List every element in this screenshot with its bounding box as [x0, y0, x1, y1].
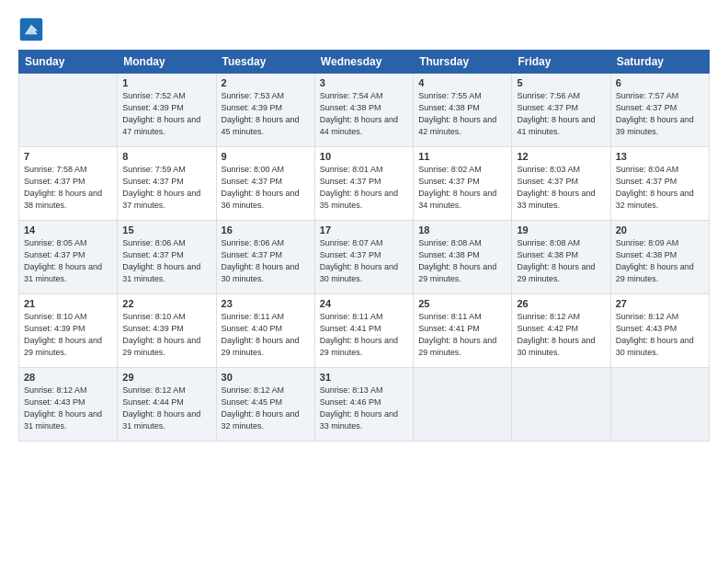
day-info: Sunrise: 7:52 AMSunset: 4:39 PMDaylight:… [122, 90, 210, 138]
weekday-header: Wednesday [314, 51, 413, 74]
calendar-cell: 11Sunrise: 8:02 AMSunset: 4:37 PMDayligh… [414, 147, 512, 221]
logo [18, 17, 48, 42]
day-info: Sunrise: 8:13 AMSunset: 4:46 PMDaylight:… [320, 385, 408, 432]
day-info: Sunrise: 8:10 AMSunset: 4:39 PMDaylight:… [24, 311, 112, 359]
weekday-header: Saturday [610, 51, 709, 74]
day-info: Sunrise: 8:12 AMSunset: 4:44 PMDaylight:… [122, 385, 210, 432]
day-info: Sunrise: 8:05 AMSunset: 4:37 PMDaylight:… [24, 237, 112, 285]
day-info: Sunrise: 8:09 AMSunset: 4:38 PMDaylight:… [616, 237, 704, 285]
day-number: 19 [517, 224, 605, 236]
day-number: 24 [320, 298, 408, 309]
day-number: 29 [122, 372, 210, 383]
day-number: 1 [122, 77, 210, 88]
day-info: Sunrise: 8:01 AMSunset: 4:37 PMDaylight:… [320, 164, 408, 212]
calendar-table: SundayMondayTuesdayWednesdayThursdayFrid… [18, 50, 710, 442]
calendar-cell: 25Sunrise: 8:11 AMSunset: 4:41 PMDayligh… [414, 294, 512, 368]
day-number: 27 [616, 298, 704, 309]
weekday-header: Thursday [414, 51, 512, 74]
day-number: 8 [122, 151, 210, 162]
day-number: 15 [122, 224, 210, 236]
calendar-cell: 20Sunrise: 8:09 AMSunset: 4:38 PMDayligh… [610, 221, 709, 294]
calendar-cell: 27Sunrise: 8:12 AMSunset: 4:43 PMDayligh… [610, 294, 709, 368]
day-info: Sunrise: 8:00 AMSunset: 4:37 PMDaylight:… [222, 164, 310, 212]
day-info: Sunrise: 8:03 AMSunset: 4:37 PMDaylight:… [517, 164, 605, 212]
calendar-cell: 31Sunrise: 8:13 AMSunset: 4:46 PMDayligh… [314, 368, 413, 442]
day-number: 25 [418, 298, 506, 309]
calendar-cell: 9Sunrise: 8:00 AMSunset: 4:37 PMDaylight… [216, 147, 314, 221]
day-number: 7 [24, 151, 112, 162]
calendar-cell: 14Sunrise: 8:05 AMSunset: 4:37 PMDayligh… [19, 221, 118, 294]
calendar-cell [512, 368, 610, 442]
calendar-cell: 16Sunrise: 8:06 AMSunset: 4:37 PMDayligh… [216, 221, 314, 294]
day-number: 17 [320, 224, 408, 236]
day-number: 21 [24, 298, 112, 309]
day-info: Sunrise: 7:53 AMSunset: 4:39 PMDaylight:… [222, 90, 310, 138]
day-info: Sunrise: 8:12 AMSunset: 4:45 PMDaylight:… [222, 385, 310, 432]
day-info: Sunrise: 8:08 AMSunset: 4:38 PMDaylight:… [517, 237, 605, 285]
day-info: Sunrise: 8:12 AMSunset: 4:43 PMDaylight:… [616, 311, 704, 359]
day-number: 9 [222, 151, 310, 162]
calendar-cell [610, 368, 709, 442]
day-info: Sunrise: 8:11 AMSunset: 4:41 PMDaylight:… [320, 311, 408, 359]
logo-icon [18, 17, 44, 42]
day-info: Sunrise: 8:11 AMSunset: 4:41 PMDaylight:… [418, 311, 506, 359]
day-number: 14 [24, 224, 112, 236]
calendar-cell: 2Sunrise: 7:53 AMSunset: 4:39 PMDaylight… [216, 74, 314, 147]
calendar-cell: 28Sunrise: 8:12 AMSunset: 4:43 PMDayligh… [19, 368, 118, 442]
calendar-cell: 29Sunrise: 8:12 AMSunset: 4:44 PMDayligh… [118, 368, 216, 442]
day-number: 28 [24, 372, 112, 383]
calendar-cell: 8Sunrise: 7:59 AMSunset: 4:37 PMDaylight… [118, 147, 216, 221]
day-number: 3 [320, 77, 408, 88]
page: SundayMondayTuesdayWednesdayThursdayFrid… [0, 0, 728, 563]
day-info: Sunrise: 8:06 AMSunset: 4:37 PMDaylight:… [222, 237, 310, 285]
calendar-cell: 18Sunrise: 8:08 AMSunset: 4:38 PMDayligh… [414, 221, 512, 294]
day-number: 5 [517, 77, 605, 88]
calendar-cell: 24Sunrise: 8:11 AMSunset: 4:41 PMDayligh… [314, 294, 413, 368]
calendar-cell: 5Sunrise: 7:56 AMSunset: 4:37 PMDaylight… [512, 74, 610, 147]
calendar-cell [19, 74, 118, 147]
day-number: 18 [418, 224, 506, 236]
calendar-cell: 21Sunrise: 8:10 AMSunset: 4:39 PMDayligh… [19, 294, 118, 368]
calendar-cell: 15Sunrise: 8:06 AMSunset: 4:37 PMDayligh… [118, 221, 216, 294]
day-number: 26 [517, 298, 605, 309]
day-number: 31 [320, 372, 408, 383]
calendar-cell: 22Sunrise: 8:10 AMSunset: 4:39 PMDayligh… [118, 294, 216, 368]
header [18, 17, 710, 42]
day-number: 6 [616, 77, 704, 88]
day-number: 23 [222, 298, 310, 309]
calendar-cell: 3Sunrise: 7:54 AMSunset: 4:38 PMDaylight… [314, 74, 413, 147]
day-number: 12 [517, 151, 605, 162]
day-info: Sunrise: 8:06 AMSunset: 4:37 PMDaylight:… [122, 237, 210, 285]
day-number: 2 [222, 77, 310, 88]
calendar-cell: 10Sunrise: 8:01 AMSunset: 4:37 PMDayligh… [314, 147, 413, 221]
day-info: Sunrise: 7:58 AMSunset: 4:37 PMDaylight:… [24, 164, 112, 212]
day-number: 20 [616, 224, 704, 236]
day-number: 4 [418, 77, 506, 88]
day-info: Sunrise: 7:56 AMSunset: 4:37 PMDaylight:… [517, 90, 605, 138]
day-info: Sunrise: 7:54 AMSunset: 4:38 PMDaylight:… [320, 90, 408, 138]
day-info: Sunrise: 7:55 AMSunset: 4:38 PMDaylight:… [418, 90, 506, 138]
day-number: 30 [222, 372, 310, 383]
day-info: Sunrise: 8:12 AMSunset: 4:42 PMDaylight:… [517, 311, 605, 359]
calendar-cell [414, 368, 512, 442]
day-info: Sunrise: 8:10 AMSunset: 4:39 PMDaylight:… [122, 311, 210, 359]
calendar-cell: 13Sunrise: 8:04 AMSunset: 4:37 PMDayligh… [610, 147, 709, 221]
day-info: Sunrise: 8:04 AMSunset: 4:37 PMDaylight:… [616, 164, 704, 212]
calendar-cell: 23Sunrise: 8:11 AMSunset: 4:40 PMDayligh… [216, 294, 314, 368]
day-number: 16 [222, 224, 310, 236]
calendar-cell: 4Sunrise: 7:55 AMSunset: 4:38 PMDaylight… [414, 74, 512, 147]
day-info: Sunrise: 8:02 AMSunset: 4:37 PMDaylight:… [418, 164, 506, 212]
day-number: 22 [122, 298, 210, 309]
calendar-cell: 30Sunrise: 8:12 AMSunset: 4:45 PMDayligh… [216, 368, 314, 442]
calendar-cell: 19Sunrise: 8:08 AMSunset: 4:38 PMDayligh… [512, 221, 610, 294]
day-info: Sunrise: 7:57 AMSunset: 4:37 PMDaylight:… [616, 90, 704, 138]
day-info: Sunrise: 8:08 AMSunset: 4:38 PMDaylight:… [418, 237, 506, 285]
day-info: Sunrise: 8:11 AMSunset: 4:40 PMDaylight:… [222, 311, 310, 359]
calendar-cell: 17Sunrise: 8:07 AMSunset: 4:37 PMDayligh… [314, 221, 413, 294]
day-number: 10 [320, 151, 408, 162]
day-info: Sunrise: 8:12 AMSunset: 4:43 PMDaylight:… [24, 385, 112, 432]
weekday-header: Sunday [19, 51, 118, 74]
day-number: 13 [616, 151, 704, 162]
calendar-cell: 6Sunrise: 7:57 AMSunset: 4:37 PMDaylight… [610, 74, 709, 147]
calendar-cell: 26Sunrise: 8:12 AMSunset: 4:42 PMDayligh… [512, 294, 610, 368]
